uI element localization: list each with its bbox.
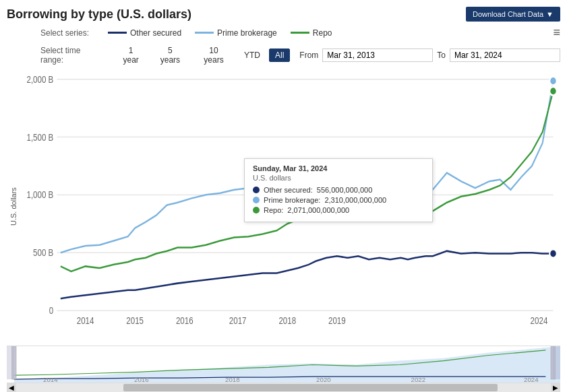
- download-label: Download Chart Data: [473, 10, 543, 18]
- time-btn-all[interactable]: All: [269, 48, 290, 62]
- chart-svg-wrap: 2,000 B 1,500 B 1,000 B 500 B 0 2014 201…: [22, 71, 560, 343]
- legend-line-other-secured: [108, 32, 127, 34]
- svg-text:2016: 2016: [134, 377, 149, 383]
- svg-text:2018: 2018: [278, 315, 296, 326]
- svg-text:2022: 2022: [411, 377, 426, 383]
- chart-title: Borrowing by type (U.S. dollars): [7, 7, 191, 22]
- minimap-area: 2014 2016 2018 2020 2022 2024: [7, 346, 560, 383]
- to-date-input[interactable]: [450, 48, 560, 62]
- svg-text:2018: 2018: [225, 377, 240, 383]
- other-secured-endpoint: [549, 249, 557, 258]
- series-item-other-secured[interactable]: Other secured: [108, 28, 181, 38]
- svg-text:2,000 B: 2,000 B: [26, 74, 53, 85]
- main-chart-svg: 2,000 B 1,500 B 1,000 B 500 B 0 2014 201…: [22, 71, 560, 343]
- legend-line-prime-brokerage: [195, 32, 214, 34]
- svg-text:2019: 2019: [328, 315, 346, 326]
- legend-line-repo: [291, 32, 309, 34]
- series-item-repo[interactable]: Repo: [291, 28, 332, 38]
- from-date-input[interactable]: [322, 48, 433, 62]
- repo-endpoint: [549, 87, 557, 96]
- download-button[interactable]: Download Chart Data ▼: [466, 7, 560, 22]
- title-row: Borrowing by type (U.S. dollars) Downloa…: [7, 7, 560, 22]
- series-label-other-secured: Other secured: [130, 28, 181, 38]
- series-select-label: Select series:: [40, 28, 89, 38]
- scroll-track[interactable]: [16, 383, 551, 392]
- svg-text:0: 0: [49, 305, 53, 316]
- other-secured-line: [61, 251, 554, 299]
- time-btn-1year[interactable]: 1 year: [114, 44, 148, 67]
- svg-text:2024: 2024: [524, 377, 539, 383]
- timerange-label: Select time range:: [40, 46, 106, 65]
- svg-text:2015: 2015: [126, 315, 144, 326]
- time-btn-5years[interactable]: 5 years: [151, 44, 189, 67]
- series-row: Select series: Other secured Prime broke…: [7, 26, 560, 40]
- from-to-range: From To: [299, 48, 560, 62]
- scroll-right-button[interactable]: ▶: [551, 383, 560, 393]
- repo-line: [61, 91, 554, 271]
- prime-brokerage-endpoint: [549, 77, 557, 86]
- series-label-prime-brokerage: Prime brokerage: [217, 28, 277, 38]
- series-item-prime-brokerage[interactable]: Prime brokerage: [195, 28, 277, 38]
- scroll-left-button[interactable]: ◀: [7, 383, 16, 393]
- svg-rect-27: [551, 346, 555, 379]
- svg-text:1,000 B: 1,000 B: [26, 189, 53, 200]
- time-btn-ytd[interactable]: YTD: [238, 48, 266, 62]
- svg-text:2014: 2014: [43, 377, 58, 383]
- hamburger-menu-button[interactable]: ≡: [553, 26, 560, 40]
- to-label: To: [437, 51, 446, 60]
- svg-text:2016: 2016: [176, 315, 193, 326]
- timerange-row: Select time range: 1 year 5 years 10 yea…: [7, 44, 560, 67]
- y-axis-label: U.S. dollars: [7, 71, 22, 343]
- scroll-bar: ◀ ▶: [7, 383, 560, 392]
- time-btn-10years[interactable]: 10 years: [192, 44, 235, 67]
- svg-text:500 B: 500 B: [33, 247, 53, 258]
- series-label-repo: Repo: [313, 28, 332, 38]
- prime-brokerage-line: [61, 81, 554, 253]
- svg-rect-26: [12, 346, 16, 379]
- svg-text:2014: 2014: [77, 315, 94, 326]
- scroll-thumb[interactable]: [123, 384, 498, 391]
- svg-text:2024: 2024: [531, 315, 548, 326]
- chart-area: U.S. dollars 2,000 B 1,500 B 1,000 B 500…: [7, 71, 560, 343]
- svg-text:2020: 2020: [316, 377, 331, 383]
- from-label: From: [299, 51, 318, 60]
- download-icon: ▼: [546, 10, 554, 18]
- svg-text:1,500 B: 1,500 B: [26, 131, 53, 142]
- minimap-svg: 2014 2016 2018 2020 2022 2024: [7, 346, 560, 383]
- svg-text:2017: 2017: [229, 315, 247, 326]
